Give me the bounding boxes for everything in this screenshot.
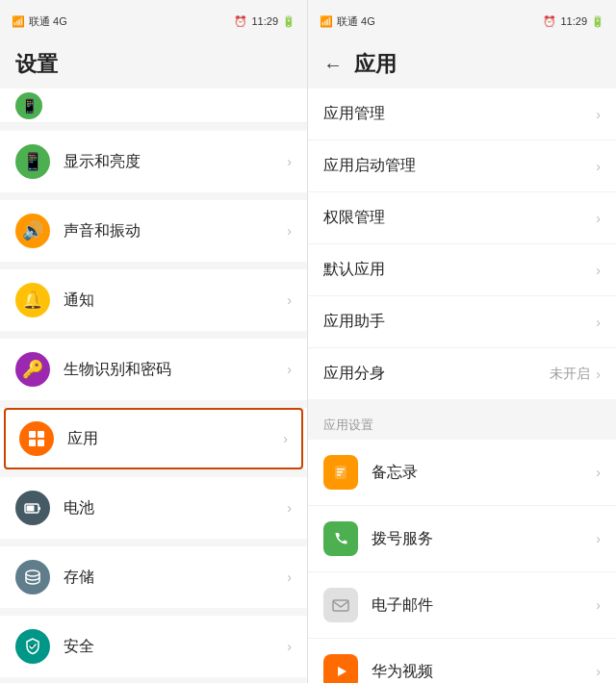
display-chevron: › bbox=[287, 154, 292, 169]
group-sound: 🔊 声音和振动 › bbox=[0, 200, 307, 262]
app-startup-label: 应用启动管理 bbox=[323, 156, 596, 176]
svg-rect-6 bbox=[27, 506, 35, 512]
notification-chevron: › bbox=[287, 292, 292, 308]
svg-rect-2 bbox=[29, 440, 36, 446]
right-alarm-icon: ⏰ bbox=[543, 15, 556, 28]
left-signal: 📶 联通 4G bbox=[12, 14, 67, 29]
apps-icon bbox=[19, 421, 54, 456]
sound-icon: 🔊 bbox=[15, 214, 50, 248]
left-status-bar: 📶 联通 4G ⏰ 11:29 🔋 bbox=[0, 0, 307, 42]
right-title: 应用 bbox=[354, 50, 397, 79]
right-item-email[interactable]: 电子邮件 › bbox=[308, 572, 616, 639]
right-item-default-app[interactable]: 默认应用 › bbox=[308, 244, 616, 296]
right-signal-text: 联通 4G bbox=[337, 14, 375, 29]
biometric-chevron: › bbox=[287, 362, 292, 377]
svg-rect-3 bbox=[38, 440, 44, 446]
right-item-app-startup[interactable]: 应用启动管理 › bbox=[308, 140, 616, 192]
svg-rect-12 bbox=[337, 471, 343, 473]
display-label: 显示和亮度 bbox=[64, 152, 287, 172]
right-item-permission[interactable]: 权限管理 › bbox=[308, 192, 616, 244]
partial-item: 📱 bbox=[0, 89, 307, 123]
left-time: 11:29 bbox=[251, 15, 278, 27]
default-app-label: 默认应用 bbox=[323, 260, 596, 280]
settings-item-storage[interactable]: 存储 › bbox=[0, 546, 307, 608]
battery-circle-icon bbox=[15, 491, 50, 525]
app-clone-value: 未开启 bbox=[550, 366, 590, 383]
settings-title: 设置 bbox=[0, 42, 307, 89]
partial-icon: 📱 bbox=[15, 92, 42, 119]
right-item-phone[interactable]: 拨号服务 › bbox=[308, 506, 616, 572]
battery-label: 电池 bbox=[64, 498, 287, 519]
battery-icon: 🔋 bbox=[282, 15, 295, 28]
group-notification: 🔔 通知 › bbox=[0, 269, 307, 331]
partial-group: 📱 bbox=[0, 89, 307, 123]
svg-marker-15 bbox=[338, 667, 346, 676]
settings-item-battery[interactable]: 电池 › bbox=[0, 477, 307, 539]
settings-item-sound[interactable]: 🔊 声音和振动 › bbox=[0, 200, 307, 262]
left-panel: 📶 联通 4G ⏰ 11:29 🔋 设置 📱 📱 显示和亮度 › bbox=[0, 0, 308, 683]
right-item-app-manage[interactable]: 应用管理 › bbox=[308, 89, 616, 140]
security-label: 安全 bbox=[64, 637, 287, 657]
display-icon: 📱 bbox=[15, 144, 50, 179]
apps-main-group: 应用管理 › 应用启动管理 › 权限管理 › 默认应用 › 应用助手 › 应用分… bbox=[308, 89, 616, 399]
app-clone-chevron: › bbox=[596, 367, 601, 382]
apps-grid-icon bbox=[27, 429, 46, 448]
battery-chevron: › bbox=[287, 500, 292, 516]
video-svg-icon bbox=[331, 662, 350, 681]
storage-chevron: › bbox=[287, 569, 292, 585]
alarm-icon: ⏰ bbox=[234, 15, 247, 28]
right-item-app-clone[interactable]: 应用分身 未开启 › bbox=[308, 348, 616, 399]
video-label: 华为视频 bbox=[372, 662, 596, 682]
phone-label: 拨号服务 bbox=[372, 529, 596, 549]
right-panel: 📶 联通 4G ⏰ 11:29 🔋 ← 应用 应用管理 › 应用启动管理 › 权… bbox=[308, 0, 616, 683]
left-time-battery: ⏰ 11:29 🔋 bbox=[234, 15, 295, 28]
right-item-memo[interactable]: 备忘录 › bbox=[308, 440, 616, 506]
group-battery: 电池 › bbox=[0, 477, 307, 539]
settings-item-biometric[interactable]: 🔑 生物识别和密码 › bbox=[0, 339, 307, 400]
group-security: 安全 › bbox=[0, 616, 307, 677]
group-biometric: 🔑 生物识别和密码 › bbox=[0, 339, 307, 400]
settings-item-notification[interactable]: 🔔 通知 › bbox=[0, 269, 307, 331]
right-item-app-assistant[interactable]: 应用助手 › bbox=[308, 296, 616, 348]
video-chevron: › bbox=[596, 664, 601, 679]
phone-svg-icon bbox=[331, 529, 350, 548]
memo-label: 备忘录 bbox=[372, 463, 596, 483]
notification-label: 通知 bbox=[64, 291, 287, 311]
right-signal: 📶 联通 4G bbox=[320, 14, 375, 29]
memo-icon bbox=[323, 455, 358, 490]
svg-rect-1 bbox=[38, 431, 44, 438]
settings-list: 📱 📱 显示和亮度 › 🔊 声音和振动 › 🔔 通知 › bbox=[0, 89, 307, 683]
security-icon bbox=[15, 629, 50, 664]
video-icon bbox=[323, 654, 358, 683]
svg-rect-5 bbox=[38, 507, 40, 510]
signal-text: 联通 4G bbox=[29, 14, 67, 29]
sound-chevron: › bbox=[287, 223, 292, 239]
sound-label: 声音和振动 bbox=[64, 221, 287, 241]
right-item-video[interactable]: 华为视频 › bbox=[308, 639, 616, 683]
group-storage: 存储 › bbox=[0, 546, 307, 608]
right-signal-icon: 📶 bbox=[320, 15, 333, 28]
storage-label: 存储 bbox=[64, 568, 287, 588]
email-chevron: › bbox=[596, 597, 601, 613]
email-icon bbox=[323, 588, 358, 622]
memo-chevron: › bbox=[596, 465, 601, 480]
storage-icon bbox=[15, 560, 50, 594]
app-clone-label: 应用分身 bbox=[323, 364, 550, 384]
default-app-chevron: › bbox=[596, 263, 601, 278]
settings-item-display[interactable]: 📱 显示和亮度 › bbox=[0, 131, 307, 192]
biometric-icon: 🔑 bbox=[15, 352, 50, 387]
biometric-label: 生物识别和密码 bbox=[64, 360, 287, 380]
back-button[interactable]: ← bbox=[323, 54, 343, 76]
right-time: 11:29 bbox=[560, 15, 587, 27]
svg-point-7 bbox=[26, 570, 39, 576]
permission-chevron: › bbox=[596, 211, 601, 226]
app-manage-chevron: › bbox=[596, 107, 601, 122]
settings-item-security[interactable]: 安全 › bbox=[0, 616, 307, 677]
apps-chevron: › bbox=[283, 431, 288, 446]
storage-svg-icon bbox=[23, 568, 42, 587]
settings-item-apps[interactable]: 应用 › bbox=[4, 408, 303, 469]
battery-svg-icon bbox=[23, 498, 42, 518]
apps-settings-group: 备忘录 › 拨号服务 › 电子邮件 bbox=[308, 440, 616, 683]
notification-icon: 🔔 bbox=[15, 283, 50, 317]
phone-chevron: › bbox=[596, 531, 601, 546]
